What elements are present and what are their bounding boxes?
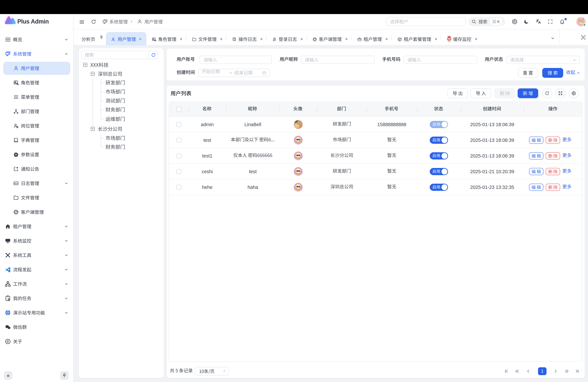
svg-text:redis: redis — [448, 41, 450, 42]
svg-text:DEV: DEV — [14, 183, 18, 184]
